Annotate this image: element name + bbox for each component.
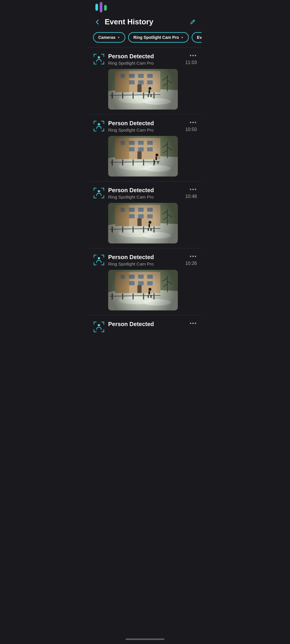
- header: Event History: [88, 14, 202, 32]
- event-header-right: ••• 10:26: [185, 254, 197, 266]
- event-time: 10:26: [185, 261, 197, 266]
- more-options-button[interactable]: •••: [190, 187, 197, 193]
- thumbnail-canvas-4: [108, 270, 178, 310]
- more-options-button[interactable]: •••: [190, 321, 197, 327]
- filter-bar: Cameras ▼ Ring Spotlight Cam Pro ▼ Event…: [88, 32, 202, 47]
- header-left: Event History: [94, 17, 153, 26]
- event-item: Person Detected Ring Spotlight Cam Pro •…: [88, 114, 202, 181]
- event-header-left: Person Detected: [93, 321, 190, 333]
- svg-rect-2: [104, 5, 107, 11]
- thumbnail-canvas-2: [108, 136, 178, 177]
- event-header: Person Detected Ring Spotlight Cam Pro •…: [93, 53, 197, 66]
- event-header: Person Detected •••: [93, 321, 197, 333]
- event-camera: Ring Spotlight Cam Pro: [108, 128, 185, 132]
- event-header-left: Person Detected Ring Spotlight Cam Pro: [93, 53, 185, 66]
- more-options-button[interactable]: •••: [190, 120, 197, 126]
- svg-point-7: [98, 324, 100, 326]
- event-time: 10:50: [185, 127, 197, 132]
- event-thumbnail[interactable]: [108, 136, 178, 177]
- svg-point-4: [98, 123, 100, 125]
- svg-point-6: [98, 257, 100, 259]
- event-info: Person Detected Ring Spotlight Cam Pro: [108, 187, 185, 199]
- event-camera: Ring Spotlight Cam Pro: [108, 61, 185, 66]
- svg-rect-0: [95, 4, 98, 11]
- thumbnail-canvas-1: [108, 69, 178, 110]
- event-info: Person Detected Ring Spotlight Cam Pro: [108, 254, 185, 266]
- filter-camera-name[interactable]: Ring Spotlight Cam Pro ▼: [128, 32, 189, 43]
- event-header-left: Person Detected Ring Spotlight Cam Pro: [93, 120, 185, 132]
- event-item: Person Detected Ring Spotlight Cam Pro •…: [88, 48, 202, 114]
- event-header-left: Person Detected Ring Spotlight Cam Pro: [93, 187, 185, 199]
- filter-cameras[interactable]: Cameras ▼: [93, 32, 125, 43]
- event-item: Person Detected •••: [88, 315, 202, 336]
- event-thumbnail[interactable]: [108, 270, 178, 310]
- status-bar: [88, 0, 202, 14]
- person-detected-icon: [93, 53, 105, 65]
- person-detected-icon: [93, 321, 105, 333]
- back-button[interactable]: [94, 19, 101, 25]
- event-header-left: Person Detected Ring Spotlight Cam Pro: [93, 254, 185, 266]
- svg-point-5: [98, 190, 100, 192]
- event-thumbnail[interactable]: [108, 69, 178, 110]
- event-header-right: ••• 10:50: [185, 120, 197, 132]
- event-title: Person Detected: [108, 254, 185, 261]
- event-title: Person Detected: [108, 120, 185, 127]
- edit-button[interactable]: [189, 19, 196, 25]
- chevron-down-icon: ▼: [117, 36, 120, 39]
- event-time: 11:03: [185, 60, 197, 65]
- more-options-button[interactable]: •••: [190, 53, 197, 59]
- event-time: 10:48: [185, 194, 197, 199]
- event-header-right: ••• 10:48: [185, 187, 197, 199]
- event-info: Person Detected Ring Spotlight Cam Pro: [108, 53, 185, 66]
- thumbnail-canvas-3: [108, 203, 178, 243]
- page-title: Event History: [105, 17, 153, 26]
- event-item: Person Detected Ring Spotlight Cam Pro •…: [88, 181, 202, 248]
- event-header: Person Detected Ring Spotlight Cam Pro •…: [93, 187, 197, 199]
- event-list: Person Detected Ring Spotlight Cam Pro •…: [88, 48, 202, 336]
- event-title: Person Detected: [108, 321, 190, 328]
- person-detected-icon: [93, 187, 105, 199]
- event-title: Person Detected: [108, 53, 185, 60]
- event-item: Person Detected Ring Spotlight Cam Pro •…: [88, 248, 202, 315]
- svg-point-3: [98, 56, 100, 59]
- event-header-right: ••• 11:03: [185, 53, 197, 65]
- more-options-button[interactable]: •••: [190, 254, 197, 260]
- event-header: Person Detected Ring Spotlight Cam Pro •…: [93, 120, 197, 132]
- event-camera: Ring Spotlight Cam Pro: [108, 261, 185, 266]
- event-header-right: •••: [190, 321, 197, 327]
- person-detected-icon: [93, 120, 105, 132]
- chevron-down-icon: ▼: [181, 36, 184, 39]
- filter-events[interactable]: Events ▼: [192, 32, 202, 43]
- event-header: Person Detected Ring Spotlight Cam Pro •…: [93, 254, 197, 266]
- event-title: Person Detected: [108, 187, 185, 194]
- event-thumbnail[interactable]: [108, 203, 178, 243]
- event-info: Person Detected: [108, 321, 190, 328]
- svg-rect-1: [100, 2, 102, 12]
- app-logo: [94, 0, 108, 14]
- event-info: Person Detected Ring Spotlight Cam Pro: [108, 120, 185, 132]
- event-camera: Ring Spotlight Cam Pro: [108, 194, 185, 199]
- person-detected-icon: [93, 254, 105, 266]
